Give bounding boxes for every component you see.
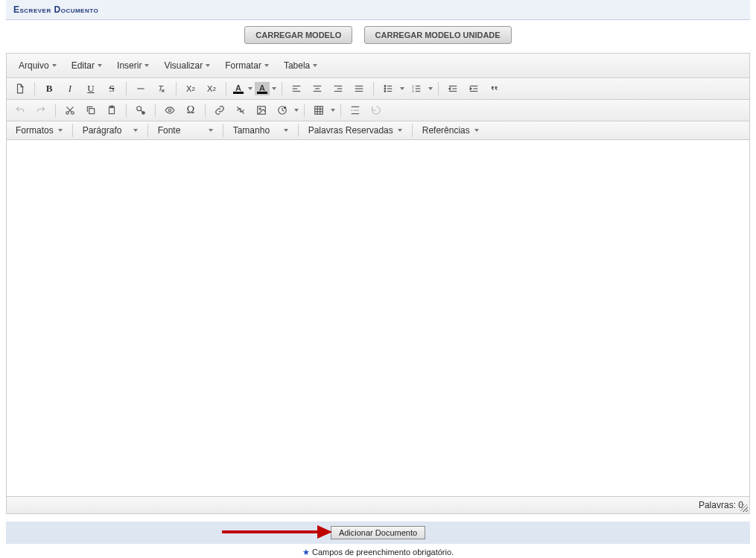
background-color-dropdown[interactable]: [270, 80, 278, 97]
caret-icon: [144, 64, 149, 67]
indent-icon[interactable]: [464, 80, 483, 97]
toolbar-row-1: B I U S X2 X2 A A: [7, 78, 749, 100]
unlink-icon[interactable]: [231, 102, 250, 118]
svg-point-14: [384, 88, 386, 89]
numbered-list-icon[interactable]: 123: [407, 80, 426, 97]
datetime-dropdown[interactable]: [293, 102, 300, 118]
annotation-arrow-icon: [222, 521, 334, 542]
reserved-words-dropdown[interactable]: Palavras Reservadas: [302, 123, 408, 138]
menu-view[interactable]: Visualizar: [156, 57, 217, 74]
separator: [373, 82, 374, 95]
link-icon[interactable]: [210, 102, 229, 118]
size-dropdown[interactable]: Tamanho: [227, 123, 294, 138]
caret-icon: [313, 64, 317, 67]
svg-rect-35: [89, 109, 95, 114]
caret-icon: [98, 64, 102, 67]
word-count-label: Palavras:: [699, 500, 736, 510]
svg-point-15: [384, 91, 386, 92]
outdent-icon[interactable]: [443, 80, 463, 97]
menu-edit[interactable]: Editar: [64, 57, 109, 74]
load-unit-model-button[interactable]: CARREGAR MODELO UNIDADE: [364, 26, 512, 44]
align-justify-icon[interactable]: [349, 80, 369, 97]
find-replace-icon[interactable]: [131, 102, 150, 118]
page-break-icon[interactable]: [346, 102, 365, 118]
italic-icon[interactable]: I: [60, 80, 80, 97]
separator: [223, 124, 223, 137]
restore-icon[interactable]: [366, 102, 386, 118]
menu-insert[interactable]: Inserir: [109, 57, 156, 74]
align-center-icon[interactable]: [308, 80, 327, 97]
separator: [226, 82, 226, 95]
separator: [72, 124, 73, 137]
datetime-icon[interactable]: [273, 102, 292, 118]
subscript-icon[interactable]: X2: [181, 80, 200, 97]
text-color-dropdown[interactable]: [247, 80, 254, 97]
caret-icon: [248, 87, 252, 90]
separator: [205, 104, 206, 117]
undo-icon[interactable]: [10, 102, 30, 118]
bullet-list-dropdown[interactable]: [398, 80, 406, 97]
separator: [34, 82, 35, 95]
redo-icon[interactable]: [31, 102, 51, 118]
special-char-icon[interactable]: Ω: [181, 102, 200, 118]
superscript-icon[interactable]: X2: [202, 80, 221, 97]
add-document-button[interactable]: Adicionar Documento: [331, 526, 425, 539]
font-dropdown[interactable]: Fonte: [152, 123, 219, 138]
preview-icon[interactable]: [160, 102, 180, 118]
caret-icon: [331, 109, 335, 112]
table-icon[interactable]: [309, 102, 328, 118]
underline-icon[interactable]: U: [81, 80, 101, 97]
status-bar: Palavras: 0: [7, 496, 749, 513]
editor-menubar: Arquivo Editar Inserir Visualizar Format…: [7, 54, 749, 78]
cut-icon[interactable]: [60, 102, 80, 118]
svg-point-40: [142, 112, 145, 115]
separator: [126, 82, 127, 95]
caret-icon: [284, 129, 288, 132]
new-document-icon[interactable]: [10, 80, 30, 97]
separator: [340, 104, 341, 117]
caret-icon: [294, 109, 299, 112]
blockquote-icon[interactable]: [485, 80, 504, 97]
toolbar-row-2: Ω: [7, 100, 749, 121]
svg-point-48: [284, 107, 285, 108]
paste-icon[interactable]: [102, 102, 121, 118]
clear-format-icon[interactable]: [152, 80, 171, 97]
bold-icon[interactable]: B: [39, 80, 59, 97]
image-icon[interactable]: [252, 102, 271, 118]
required-fields-note: ★ Campos de preenchimento obrigatório.: [6, 544, 750, 558]
resize-handle-icon[interactable]: [740, 504, 748, 512]
editor-container: Arquivo Editar Inserir Visualizar Format…: [6, 53, 750, 514]
caret-icon: [133, 129, 138, 132]
numbered-list-dropdown[interactable]: [427, 80, 434, 97]
svg-point-38: [137, 107, 142, 111]
separator: [126, 104, 127, 117]
editor-content-area[interactable]: [7, 140, 749, 496]
load-model-button[interactable]: CARREGAR MODELO: [244, 26, 352, 44]
strikethrough-icon[interactable]: S: [102, 80, 121, 97]
table-dropdown[interactable]: [329, 102, 337, 118]
menu-format[interactable]: Formatar: [217, 57, 276, 74]
toolbar-row-3: Formatos Parágrafo Fonte Tamanho Palavra…: [7, 121, 749, 140]
separator: [55, 104, 56, 117]
bullet-list-icon[interactable]: [378, 80, 398, 97]
background-color-icon[interactable]: A: [255, 82, 270, 95]
hr-icon[interactable]: [131, 80, 150, 97]
svg-point-13: [384, 86, 386, 87]
formats-dropdown[interactable]: Formatos: [10, 123, 69, 138]
svg-text:3: 3: [412, 89, 414, 93]
paragraph-dropdown[interactable]: Parágrafo: [77, 123, 144, 138]
references-dropdown[interactable]: Referências: [416, 123, 485, 138]
menu-table[interactable]: Tabela: [276, 57, 325, 74]
align-right-icon[interactable]: [328, 80, 348, 97]
text-color-icon[interactable]: A: [231, 82, 246, 95]
caret-icon: [400, 87, 404, 90]
caret-icon: [272, 87, 276, 90]
footer-bar: Adicionar Documento: [6, 521, 750, 544]
separator: [176, 82, 177, 95]
copy-icon[interactable]: [81, 102, 101, 118]
separator: [155, 104, 156, 117]
align-left-icon[interactable]: [287, 80, 306, 97]
menu-file[interactable]: Arquivo: [11, 57, 64, 74]
svg-point-44: [259, 108, 261, 110]
required-star-icon: ★: [302, 548, 310, 557]
